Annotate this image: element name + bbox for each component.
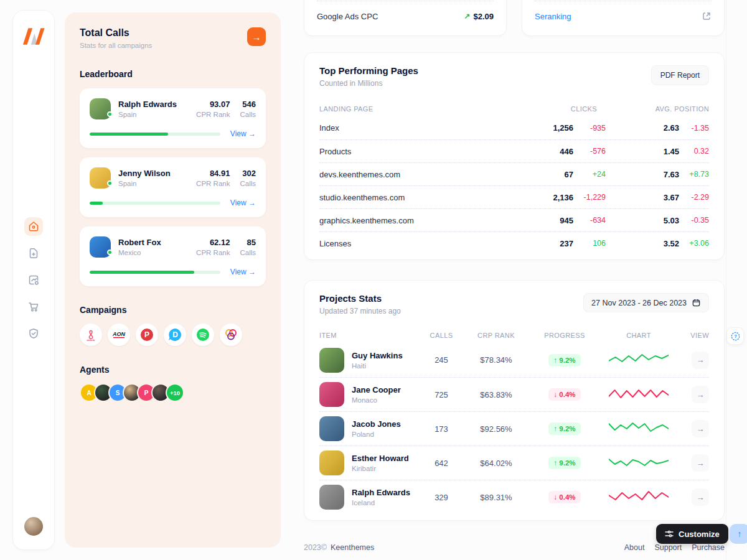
file-plus-icon xyxy=(27,247,40,259)
table-row[interactable]: studio.keenthemes.com2,136-1,2293.67-2.2… xyxy=(319,185,709,208)
help-button[interactable]: ? xyxy=(726,327,744,345)
arrow-right-icon: → xyxy=(697,390,705,399)
agents-more-count[interactable]: +10 xyxy=(166,383,184,402)
table-row[interactable]: Jane CooperMonaco725$63.83%↓ 0.4%→ xyxy=(319,377,709,411)
app-logo-icon[interactable] xyxy=(22,28,45,47)
position-change-cell: -1.35 xyxy=(679,124,709,133)
airbnb-logo-icon: airbnb xyxy=(83,327,98,342)
landing-page-cell: Index xyxy=(319,123,524,133)
footer-link-about[interactable]: About xyxy=(624,543,645,552)
leaderboard-list: Ralph EdwardsSpain93.07CPR Rank546CallsV… xyxy=(80,88,266,286)
row-view-button[interactable]: → xyxy=(692,352,709,369)
row-view-button[interactable]: → xyxy=(692,420,709,437)
row-view-button[interactable]: → xyxy=(692,386,709,403)
cart-icon xyxy=(27,301,40,313)
table-row[interactable]: Guy HawkinsHaiti245$78.34%↑ 9.2%→ xyxy=(319,343,709,377)
sidebar-item-home[interactable] xyxy=(24,217,43,236)
campaign-picsart[interactable]: P xyxy=(136,324,158,346)
leader-avatar xyxy=(90,98,111,119)
view-link[interactable]: View → xyxy=(230,129,256,138)
cpr-rank-value: 62.12 xyxy=(196,238,230,247)
main-content: Google Ads CPC ↗ $2.09 Seranking xyxy=(304,0,725,560)
content-edge-divider xyxy=(726,0,726,560)
seranking-link[interactable]: Seranking xyxy=(535,12,571,21)
calls-cell: 173 xyxy=(419,424,464,434)
external-link-icon[interactable] xyxy=(702,11,712,21)
sidebar-item-shield-check[interactable] xyxy=(24,324,43,343)
col-progress: PROGRESS xyxy=(529,332,601,339)
campaign-airbnb[interactable]: airbnb xyxy=(80,324,102,346)
projects-stats-card: Projects Stats Updated 37 minutes ago 27… xyxy=(304,280,725,521)
leaderboard-card[interactable]: Jenny WilsonSpain84.91CPR Rank302CallsVi… xyxy=(80,157,266,217)
cpr-rank-label: CPR Rank xyxy=(196,111,230,118)
view-link[interactable]: View → xyxy=(230,268,256,276)
calendar-icon xyxy=(692,298,701,307)
table-row[interactable]: Products446-5761.450.32 xyxy=(319,139,709,162)
brand-link[interactable]: Keenthemes xyxy=(331,543,374,552)
leaderboard-heading: Leaderboard xyxy=(80,69,266,79)
row-view-button[interactable]: → xyxy=(692,454,709,472)
sidebar-item-chart-gear[interactable] xyxy=(24,271,43,289)
user-avatar[interactable] xyxy=(24,517,43,536)
sidebar-item-file-plus[interactable] xyxy=(24,244,43,263)
leader-name: Robert Fox xyxy=(118,238,161,247)
scroll-top-button[interactable]: ↑ xyxy=(730,524,747,544)
leader-country: Spain xyxy=(118,111,177,118)
position-cell: 1.45 xyxy=(606,147,679,156)
calls-value: 302 xyxy=(240,169,256,178)
leaderboard-card[interactable]: Robert FoxMexico62.12CPR Rank85CallsView… xyxy=(80,226,266,286)
customize-label: Customize xyxy=(679,530,720,539)
clicks-cell: 67 xyxy=(524,170,573,179)
copyright-year: 2023© xyxy=(304,543,327,552)
footer-link-purchase[interactable]: Purchase xyxy=(692,543,725,552)
footer-link-support[interactable]: Support xyxy=(654,543,682,552)
campaign-aon[interactable]: AON xyxy=(108,324,130,346)
date-range-picker[interactable]: 27 Nov 2023 - 26 Dec 2023 xyxy=(583,293,709,312)
leader-country: Spain xyxy=(118,180,171,187)
crp-rank-cell: $92.56% xyxy=(464,424,529,434)
project-name: Guy Hawkins xyxy=(352,351,403,360)
col-chart: CHART xyxy=(601,332,677,339)
campaign-disqus[interactable]: D xyxy=(164,324,186,346)
project-name: Jacob Jones xyxy=(352,419,401,429)
table-row[interactable]: Jacob JonesPoland173$92.56%↑ 9.2%→ xyxy=(319,411,709,446)
leader-name: Jenny Wilson xyxy=(118,169,171,178)
pages-table-body: Index1,256-9352.63-1.35Products446-5761.… xyxy=(319,116,709,254)
card-subtitle: Updated 37 minutes ago xyxy=(319,307,401,315)
customize-button[interactable]: Customize xyxy=(656,524,728,544)
sparkline-chart xyxy=(601,351,677,370)
table-row[interactable]: Index1,256-9352.63-1.35 xyxy=(319,116,709,139)
table-row[interactable]: graphics.keenthemes.com945-6345.03-0.35 xyxy=(319,208,709,231)
clicks-cell: 446 xyxy=(524,147,573,156)
campaign-spotify[interactable] xyxy=(192,324,214,346)
clicks-cell: 1,256 xyxy=(524,123,573,133)
campaign-loops[interactable] xyxy=(220,324,242,346)
panel-forward-button[interactable]: → xyxy=(247,27,266,46)
table-row[interactable]: devs.keenthemes.com67+247.63+8.73 xyxy=(319,162,709,185)
progress-badge: ↓ 0.4% xyxy=(548,491,580,503)
position-cell: 7.63 xyxy=(606,170,679,179)
calls-cell: 245 xyxy=(419,355,464,365)
sparkline-chart xyxy=(601,419,677,438)
calls-cell: 642 xyxy=(419,459,464,468)
google-ads-cpc-card: Google Ads CPC ↗ $2.09 xyxy=(304,0,507,36)
table-row[interactable]: Licenses2371063.52+3.06 xyxy=(319,231,709,254)
arrow-right-icon: → xyxy=(697,355,705,365)
chart-gear-icon xyxy=(27,274,40,286)
sidebar-item-cart[interactable] xyxy=(24,297,43,316)
col-clicks: CLICKS xyxy=(524,105,606,113)
table-row[interactable]: Ralph EdwardsIceland329$89.31%↓ 0.4%→ xyxy=(319,480,709,514)
crp-rank-cell: $64.02% xyxy=(464,459,529,468)
arrow-right-icon: → xyxy=(697,424,705,434)
table-row[interactable]: Esther HowardKiribatir642$64.02%↑ 9.2%→ xyxy=(319,446,709,480)
top-performing-pages-card: Top Performing Pages Counted in Millions… xyxy=(304,52,725,260)
view-link[interactable]: View → xyxy=(230,198,256,207)
leaderboard-card[interactable]: Ralph EdwardsSpain93.07CPR Rank546CallsV… xyxy=(80,88,266,148)
col-landing-page: LANDING PAGE xyxy=(319,105,524,113)
clicks-change-cell: -634 xyxy=(573,216,606,225)
project-avatar xyxy=(319,416,344,441)
pdf-report-button[interactable]: PDF Report xyxy=(651,65,709,85)
cpr-rank-value: 93.07 xyxy=(196,100,230,109)
row-view-button[interactable]: → xyxy=(692,488,709,506)
sparkline-chart xyxy=(601,488,677,506)
